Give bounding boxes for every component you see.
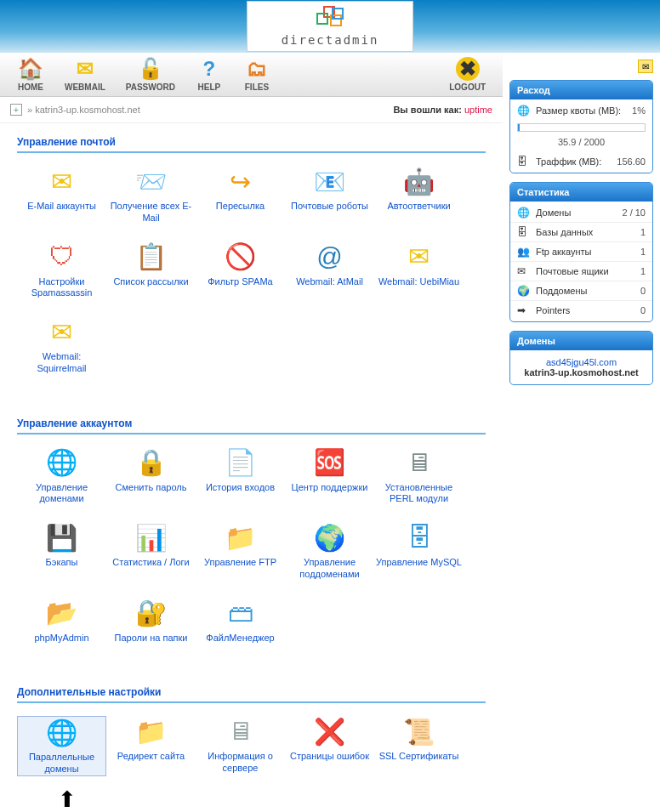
breadcrumb-text: » katrin3-up.kosmohost.net [27,105,140,115]
logout-icon: ✖ [456,57,480,81]
toolbar-password[interactable]: 🔓PASSWORD [116,57,185,92]
item-icon: 🆘 [313,447,347,478]
toolbar-home[interactable]: 🏠HOME [7,57,54,92]
icon-item[interactable]: ✉E-Mail аккаунты [17,166,106,224]
icon-item[interactable]: 📨Получение всех E-Mail [106,166,196,224]
section-title: Управление аккаунтом [17,417,486,434]
stat-val: 0 [640,286,646,296]
stat-icon: 🌍 [517,285,531,297]
expand-icon[interactable]: + [10,104,22,116]
icon-item[interactable]: 📋Список рассылки [106,241,196,300]
toolbar-label: HOME [17,82,44,92]
item-label: Webmail: UebiMiau [374,276,464,288]
item-label: Сменить пароль [106,482,196,494]
toolbar-logout[interactable]: ✖LOGOUT [439,57,496,92]
stat-val: 0 [640,305,646,315]
password-icon: 🔓 [137,57,164,81]
item-label: История входов [196,482,285,494]
icon-item[interactable]: @Webmail: AtMail [285,241,374,300]
item-label: Webmail: Squirrelmail [17,351,106,375]
stat-icon: 🗄 [517,226,531,238]
icon-item[interactable]: 💾Бэкапы [17,522,106,581]
stat-label: Базы данных [536,227,593,237]
icon-item[interactable]: 🖥Установленные PERL модули [374,447,464,506]
item-label: Центр поддержки [285,482,374,494]
icon-item[interactable]: 🖥Информация о сервере [196,716,285,776]
globe-icon: 🌐 [517,105,531,116]
icon-item[interactable]: 🛡Настройки Spamassassin [17,241,106,300]
item-icon: ↪ [224,166,258,196]
item-icon: 📄 [224,447,258,478]
icon-item[interactable]: 📂phpMyAdmin [17,598,106,644]
icon-item[interactable]: 🚫Фильтр SPAMa [196,241,285,300]
toolbar-files[interactable]: 🗂FILES [233,57,281,92]
item-icon: 📋 [134,241,168,272]
icon-item[interactable]: ↪Пересылка [196,166,285,224]
stat-row[interactable]: 👥Ftp аккаунты1 [510,241,652,261]
item-label: Получение всех E-Mail [106,201,196,224]
item-label: Webmail: AtMail [285,276,374,288]
icon-item[interactable]: 📁Редирект сайта [106,716,196,776]
toolbar-help[interactable]: ?HELP [185,57,233,92]
section-title: Управление почтой [17,136,486,153]
item-label: Страницы ошибок [285,751,374,763]
stat-row[interactable]: ✉Почтовые ящики1 [510,261,652,281]
logged-as-label: Вы вошли как: [393,105,462,115]
item-icon: 🔐 [134,598,168,628]
item-icon: 📁 [224,522,258,553]
toolbar-label: PASSWORD [126,82,175,92]
toolbar-webmail[interactable]: ✉WEBMAIL [54,57,116,92]
icon-item[interactable]: 🗃ФайлМенеджер [196,598,285,644]
stat-row[interactable]: 🌍Поддомены0 [510,281,652,300]
content: Управление почтой✉E-Mail аккаунты📨Получе… [0,123,503,812]
messages-icon[interactable]: ✉ [638,60,653,73]
webmail-icon: ✉ [71,57,99,81]
icon-item[interactable]: 🌍Управление поддоменами [285,522,374,581]
icon-item[interactable]: 🤖Автоответчики [374,166,464,224]
item-label: Бэкапы [17,557,106,569]
item-icon: ✉ [402,241,436,272]
domain-entry[interactable]: katrin3-up.kosmohost.net [517,367,646,378]
stat-row[interactable]: ➡Pointers0 [510,300,652,320]
icon-item[interactable]: 🗄Управление MySQL [374,522,464,581]
panel-domains-title: Домены [510,332,652,350]
item-label: Пароли на папки [106,633,196,644]
stat-val: 1 [640,247,646,257]
icon-item[interactable]: 📜SSL Сертификаты [374,716,464,776]
icon-item[interactable]: 📁Управление FTP [196,522,285,581]
stat-row[interactable]: 🌐Домены2 / 10 [510,203,652,222]
item-label: SSL Сертификаты [374,751,464,763]
logged-as: Вы вошли как: uptime [393,105,492,115]
icon-item[interactable]: ❌Страницы ошибок [285,716,374,776]
item-label: Управление FTP [196,557,285,569]
stat-val: 1 [640,227,646,237]
icon-item[interactable]: 🌐Параллельные домены [17,716,106,776]
panel-stats-title: Статистика [510,183,652,202]
icon-item[interactable]: 🔒Сменить пароль [106,447,196,506]
panel-usage: Расход 🌐 Размер квоты (MB): 1% 35.9 / 20… [509,80,653,173]
icon-item[interactable]: 🆘Центр поддержки [285,447,374,506]
icon-item[interactable]: ✉Webmail: Squirrelmail [17,316,106,375]
domain-entry[interactable]: asd45jgu45l.com [517,357,646,367]
icon-item[interactable]: ✉Webmail: UebiMiau [374,241,464,300]
toolbar: 🏠HOME✉WEBMAIL🔓PASSWORD?HELP🗂FILES✖LOGOUT [0,53,503,97]
icon-item[interactable]: 📧Почтовые роботы [285,166,374,224]
stat-row[interactable]: 🗄Базы данных1 [510,222,652,241]
traffic-val: 156.60 [617,156,646,167]
item-icon: ✉ [45,166,79,196]
header: directadmin [0,0,660,53]
logo-icon [316,6,344,30]
icon-grid: ✉E-Mail аккаунты📨Получение всех E-Mail↪П… [17,166,486,392]
item-icon: 🚫 [224,241,258,272]
icon-item[interactable]: 🌐Управление доменами [17,447,106,506]
quota-pct: 1% [632,105,646,116]
icon-item[interactable]: 🔐Пароли на папки [106,598,196,644]
stat-icon: 👥 [517,246,531,258]
quota-progress [517,123,646,132]
item-icon: 🤖 [402,166,436,196]
stat-label: Pointers [536,305,570,315]
icon-item[interactable]: 📄История входов [196,447,285,506]
icon-item[interactable]: 📊Статистика / Логи [106,522,196,581]
item-icon: 📧 [313,166,347,196]
item-icon: 🔒 [134,447,168,478]
